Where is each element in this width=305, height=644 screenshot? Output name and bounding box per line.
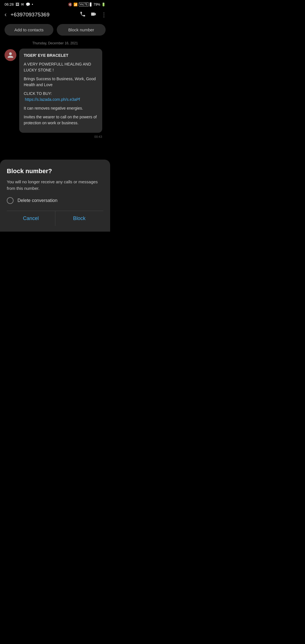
mute-icon: 🔇 [68,3,72,6]
add-to-contacts-button[interactable]: Add to contacts [5,24,53,36]
lte-icon: VoLTE [79,2,89,6]
delete-conversation-radio[interactable] [7,197,14,204]
call-button[interactable] [80,11,86,19]
more-menu-button[interactable]: ⋮ [101,11,107,18]
message-body5: Invites the wearer to call on the powers… [24,114,98,126]
status-right: 🔇 📶 VoLTE ▋ 79% 🔋 [68,2,106,6]
block-dialog-title: Block number? [7,167,103,175]
message-body4: It can removes negative energies. [24,105,98,111]
delete-conversation-label: Delete conversation [18,198,57,203]
delete-conversation-option[interactable]: Delete conversation [7,197,103,204]
block-button[interactable]: Block [55,211,104,226]
action-buttons: Add to contacts Block number [0,22,110,39]
battery: 79% [93,3,100,6]
signal-icon: ▋ [90,3,92,6]
sheet-actions: Cancel Block [7,211,103,226]
dot-indicator: • [32,2,33,6]
avatar [5,49,16,61]
header-icons: ⋮ [80,11,107,19]
wifi-icon: 📶 [73,3,78,6]
message-title: TIGER' EYE BRACELET [24,53,98,58]
message-bubble: TIGER' EYE BRACELET A VERY POWERFULL HEA… [19,49,102,133]
product-link[interactable]: https://s.lazada.com.ph/s.e3aPf [25,97,80,102]
back-button[interactable]: ‹ [3,10,8,19]
messenger-icon: 💬 [26,2,30,6]
message-body2: Brings Success to Business, Work, Good H… [24,76,98,88]
message-area: TIGER' EYE BRACELET A VERY POWERFULL HEA… [0,49,110,133]
message-time: 00:43 [94,134,102,139]
app-bar: ‹ +639709375369 ⋮ [0,8,110,22]
phone-number: +639709375369 [10,12,77,18]
message-body3: CLICK TO BUY: https://s.lazada.com.ph/s.… [24,91,98,103]
message-body1: A VERY POWERFULL HEALING AND LUCKY STONE… [24,61,98,73]
email-icon: ✉ [21,2,24,6]
status-left: 06:28 🖼 ✉ 💬 • [5,2,33,6]
video-call-button[interactable] [90,11,97,19]
cancel-button[interactable]: Cancel [7,211,55,226]
block-number-button[interactable]: Block number [57,24,106,36]
time: 06:28 [5,2,14,6]
gallery-icon: 🖼 [16,2,19,6]
date-separator: Thursday, December 16, 2021 [0,39,110,49]
battery-icon: 🔋 [101,3,106,6]
block-dialog-description: You will no longer receive any calls or … [7,179,103,192]
block-dialog: Block number? You will no longer receive… [0,160,110,232]
status-bar: 06:28 🖼 ✉ 💬 • 🔇 📶 VoLTE ▋ 79% 🔋 [0,0,110,8]
